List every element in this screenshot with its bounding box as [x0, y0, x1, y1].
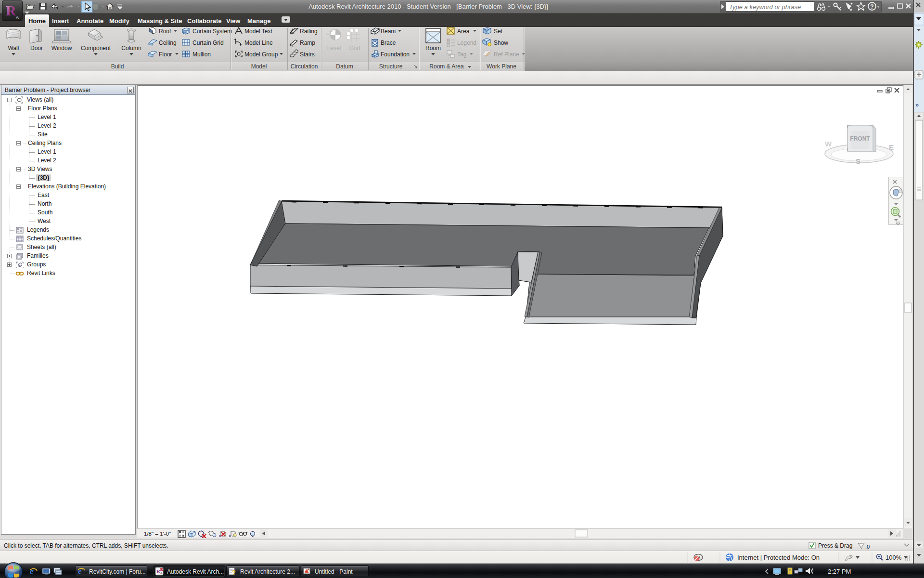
svg-text:Structure: Structure — [379, 63, 403, 70]
svg-text:Brace: Brace — [381, 39, 396, 46]
svg-text:S: S — [856, 157, 860, 165]
svg-text:Model: Model — [251, 63, 267, 70]
svg-text:e: e — [30, 566, 34, 576]
svg-text:Circulation: Circulation — [291, 63, 318, 70]
svg-text:FRONT: FRONT — [850, 135, 870, 142]
svg-text:Set: Set — [494, 28, 503, 35]
svg-text:Door: Door — [30, 45, 43, 52]
svg-text:Datum: Datum — [336, 63, 353, 70]
svg-text:Curtain System: Curtain System — [192, 28, 232, 35]
svg-text:Legend: Legend — [457, 39, 476, 46]
svg-text:W: W — [825, 140, 832, 148]
svg-text:Tag: Tag — [457, 51, 466, 58]
svg-text:A: A — [160, 572, 162, 575]
svg-text:Window: Window — [51, 45, 72, 52]
svg-text:R: R — [6, 2, 16, 18]
svg-text:Grid: Grid — [349, 45, 360, 52]
svg-text:?: ? — [870, 3, 873, 10]
svg-text:Area: Area — [457, 28, 470, 35]
svg-text:Component: Component — [81, 45, 111, 52]
svg-text:Room: Room — [425, 45, 441, 52]
svg-text:A: A — [16, 15, 19, 20]
svg-text:Press & Drag: Press & Drag — [818, 542, 852, 549]
svg-text:Beam: Beam — [381, 28, 396, 35]
svg-text:Internet | Protected Mode: On: Internet | Protected Mode: On — [737, 554, 820, 561]
svg-text:Foundation: Foundation — [381, 51, 410, 58]
svg-text:Railing: Railing — [300, 28, 318, 35]
svg-text:Mullion: Mullion — [192, 51, 211, 58]
svg-text:Stairs: Stairs — [300, 51, 315, 58]
svg-text:Wall: Wall — [8, 45, 19, 52]
svg-text:Floor: Floor — [159, 51, 172, 58]
svg-text:Build: Build — [111, 63, 124, 70]
svg-text:Show: Show — [494, 39, 508, 46]
svg-text:Model Text: Model Text — [244, 28, 272, 35]
svg-text:?: ? — [232, 569, 236, 576]
svg-text:100%: 100% — [886, 554, 902, 561]
svg-text:Curtain Grid: Curtain Grid — [192, 39, 224, 46]
svg-text:10: 10 — [160, 569, 164, 572]
svg-text:Room & Area: Room & Area — [429, 63, 464, 70]
svg-text:Ceiling: Ceiling — [159, 39, 177, 46]
svg-text:Ref Plane: Ref Plane — [494, 51, 519, 58]
svg-text:Column: Column — [121, 45, 141, 52]
svg-text:2:27 PM: 2:27 PM — [828, 568, 851, 575]
svg-text:Level: Level — [327, 45, 341, 52]
svg-text:E: E — [889, 143, 894, 151]
svg-text:Work Plane: Work Plane — [487, 63, 516, 70]
svg-text:Roof: Roof — [159, 28, 171, 35]
svg-text:»: » — [915, 101, 919, 108]
svg-text:Ramp: Ramp — [300, 39, 315, 46]
svg-text:Model Line: Model Line — [244, 39, 273, 46]
svg-text:Model Group: Model Group — [244, 51, 278, 58]
svg-text::0: :0 — [865, 544, 870, 550]
